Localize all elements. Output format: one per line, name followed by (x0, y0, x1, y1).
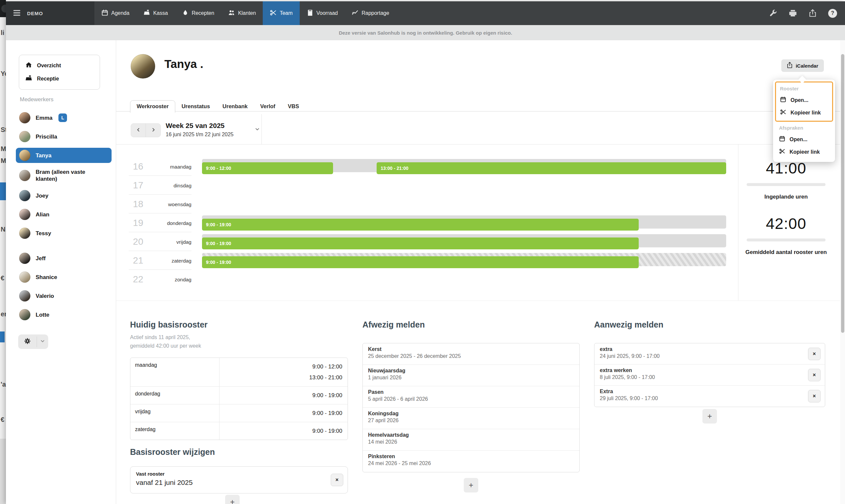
cash-register-icon (25, 74, 32, 83)
afwezig-item[interactable]: Nieuwjaarsdag1 januari 2026 (363, 365, 579, 386)
close-icon: × (335, 477, 338, 483)
nav-item-klanten[interactable]: Klanten (221, 1, 263, 25)
basisrooster-day: vrijdag (130, 404, 219, 422)
plus-icon: + (469, 481, 473, 490)
sidebar-employee-tanya[interactable]: Tanya (16, 148, 111, 163)
basisrooster-day: donderdag (130, 386, 219, 404)
avatar (19, 228, 30, 239)
sidebar-employee-priscilla[interactable]: Priscilla (16, 129, 111, 144)
tab-vbs[interactable]: VBS (282, 101, 305, 112)
remove-aanwezig-button[interactable]: × (808, 390, 821, 402)
afwezig-item-date: 24 mei 2026 - 25 mei 2026 (368, 461, 579, 466)
basisrooster-times: 9:00 - 19:00 (219, 404, 348, 422)
leave-badge: L (58, 113, 67, 122)
employee-name: Tanya (36, 152, 52, 159)
nav-item-label: Recepten (192, 10, 214, 16)
nav-item-voorraad[interactable]: Voorraad (300, 1, 345, 25)
scrollbar-thumb[interactable] (841, 54, 844, 333)
shift-block[interactable]: 9:00 - 19:00 (202, 256, 639, 268)
day-number: 22 (123, 274, 143, 285)
sidebar-employee-lotte[interactable]: Lotte (16, 307, 111, 322)
nav-item-label: Klanten (238, 10, 256, 16)
aanwezig-item-date: 24 juni 2025, 9:00 - 17:00 (600, 353, 825, 359)
sidebar-employee-tessy[interactable]: Tessy (16, 226, 111, 241)
tab-werkrooster[interactable]: Werkrooster (130, 100, 175, 113)
nav-item-team[interactable]: Team (263, 1, 299, 25)
afwezig-item[interactable]: Pinksteren24 mei 2026 - 25 mei 2026 (363, 451, 579, 472)
popover-item-label: Kopieer link (791, 110, 821, 116)
aanwezig-item-date: 8 juli 2025, 9:00 - 17:00 (600, 374, 825, 380)
shift-block[interactable]: 9:00 - 19:00 (202, 237, 639, 249)
afwezig-item[interactable]: Hemelvaartsdag14 mei 2026 (363, 429, 579, 451)
aanwezig-item-name: extra (600, 346, 825, 352)
settings-button[interactable] (18, 335, 37, 349)
menu-brand-button[interactable]: DEMO (6, 1, 94, 25)
afwezig-item[interactable]: Kerst25 december 2025 - 26 december 2025 (363, 343, 579, 365)
week-dropdown-icon[interactable] (255, 127, 260, 133)
week-title[interactable]: Week 25 van 2025 (166, 122, 225, 130)
remove-aanwezig-button[interactable]: × (808, 369, 821, 381)
sidebar-employee-joey[interactable]: Joey (16, 188, 111, 203)
remove-aanwezig-button[interactable]: × (808, 348, 821, 360)
tab-urenbank[interactable]: Urenbank (216, 101, 254, 112)
background-page-header (0, 0, 6, 17)
close-icon: × (813, 351, 816, 357)
tab-verlof[interactable]: Verlof (254, 101, 282, 112)
schedule-row-zaterdag: 21zaterdag9:00 - 19:00 (116, 251, 845, 270)
nav-item-label: Kassa (153, 10, 168, 16)
nav-item-kassa[interactable]: Kassa (136, 1, 175, 25)
afwezig-item[interactable]: Koningsdag27 april 2026 (363, 408, 579, 429)
remove-rooster-button[interactable]: × (331, 474, 343, 486)
nav-item-rapportage[interactable]: Rapportage (345, 1, 396, 25)
sidebar-employee-bram[interactable]: Bram (alleen vaste klanten) (16, 166, 111, 184)
background-text-fragment: Yo (1, 70, 6, 77)
basisrooster-day: maandag (130, 358, 219, 386)
settings-dropdown-button[interactable] (37, 335, 48, 349)
sidebar-employee-jeff[interactable]: Jeff (16, 251, 111, 266)
popover-item-kopieerlink[interactable]: Kopieer link (780, 109, 828, 116)
sidebar-item-receptie[interactable]: Receptie (24, 72, 95, 86)
help-icon[interactable]: ? (828, 9, 837, 18)
afwezig-item-name: Koningsdag (368, 411, 579, 417)
nav-item-label: Team (280, 10, 293, 16)
afwezig-item[interactable]: Pasen5 april 2026 - 6 april 2026 (363, 386, 579, 408)
popover-item-kopieerlink[interactable]: Kopieer link (779, 148, 829, 156)
employee-name: Valerio (36, 292, 54, 300)
average-hours-value: 42:00 (745, 214, 827, 233)
popover-item-open[interactable]: Open... (779, 136, 829, 143)
day-number: 17 (123, 180, 143, 191)
tab-urenstatus[interactable]: Urenstatus (175, 101, 216, 112)
afwezig-item-date: 27 april 2026 (368, 418, 579, 424)
next-week-button[interactable] (146, 124, 160, 137)
add-afwezig-button[interactable]: + (464, 478, 478, 492)
sidebar-employee-shanice[interactable]: Shanice (16, 269, 111, 285)
scrollbar[interactable] (840, 40, 845, 504)
shift-time-label: 9:00 - 19:00 (206, 259, 231, 265)
add-rooster-button[interactable]: + (225, 495, 240, 504)
employee-name: Shanice (36, 274, 57, 281)
sidebar-employee-valerio[interactable]: Valerio (16, 288, 111, 304)
printer-icon[interactable] (789, 9, 797, 17)
nav-item-recepten[interactable]: Recepten (175, 1, 222, 25)
add-aanwezig-button[interactable]: + (702, 409, 717, 424)
background-block (0, 439, 6, 504)
schedule-row-donderdag: 19donderdag9:00 - 19:00 (116, 213, 845, 232)
popover-item-open[interactable]: Open... (780, 96, 828, 104)
shift-block[interactable]: 9:00 - 12:00 (202, 162, 333, 174)
previous-week-button[interactable] (131, 124, 145, 137)
divider (746, 183, 826, 186)
nav-item-agenda[interactable]: Agenda (94, 1, 136, 25)
aanwezig-item: extra werken8 juli 2025, 9:00 - 17:00× (595, 364, 825, 385)
icalendar-button[interactable]: iCalendar (781, 59, 824, 72)
settings-split-button (18, 335, 48, 349)
share-icon[interactable] (808, 9, 817, 17)
sidebar-item-overzicht[interactable]: Overzicht (24, 59, 95, 72)
sidebar-employee-emma[interactable]: EmmaL (16, 110, 111, 125)
shift-block[interactable]: 9:00 - 19:00 (202, 219, 639, 231)
shift-block[interactable]: 13:00 - 21:00 (376, 162, 726, 174)
sidebar-employee-alian[interactable]: Alian (16, 207, 111, 222)
plus-icon: + (230, 498, 235, 504)
basisrooster-row-zaterdag: zaterdag9:00 - 19:00 (130, 422, 348, 440)
popover-item-label: Open... (790, 137, 807, 143)
wrench-icon[interactable] (769, 9, 777, 17)
